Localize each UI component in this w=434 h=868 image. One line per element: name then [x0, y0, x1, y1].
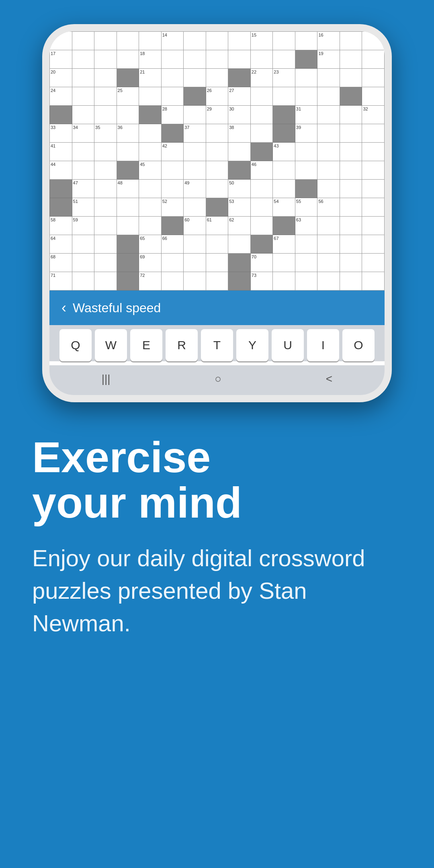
grid-cell[interactable]: 46 — [250, 161, 273, 180]
grid-cell[interactable] — [50, 198, 72, 217]
grid-cell[interactable] — [72, 254, 94, 272]
grid-cell[interactable]: 68 — [50, 254, 72, 272]
grid-cell[interactable] — [206, 69, 228, 87]
grid-cell[interactable] — [117, 235, 139, 254]
grid-cell[interactable]: 54 — [273, 198, 295, 217]
grid-cell[interactable] — [117, 254, 139, 272]
grid-cell[interactable] — [317, 106, 340, 124]
grid-cell[interactable] — [50, 106, 72, 124]
grid-cell[interactable] — [94, 161, 117, 180]
grid-cell[interactable]: 25 — [117, 87, 139, 106]
grid-cell[interactable] — [117, 198, 139, 217]
grid-cell[interactable] — [206, 198, 228, 217]
grid-cell[interactable]: 31 — [295, 106, 317, 124]
grid-cell[interactable] — [273, 180, 295, 198]
grid-cell[interactable] — [317, 235, 340, 254]
keyboard-key[interactable]: U — [272, 329, 304, 361]
back-nav-icon[interactable]: < — [326, 373, 332, 385]
grid-cell[interactable] — [94, 32, 117, 50]
clue-bar[interactable]: ‹ Wasteful speed — [49, 291, 385, 325]
grid-cell[interactable] — [161, 180, 184, 198]
grid-cell[interactable]: 43 — [273, 143, 295, 161]
grid-cell[interactable] — [184, 272, 206, 291]
grid-cell[interactable] — [295, 254, 317, 272]
grid-cell[interactable] — [184, 235, 206, 254]
grid-cell[interactable]: 47 — [72, 180, 94, 198]
grid-cell[interactable] — [362, 143, 385, 161]
grid-cell[interactable] — [362, 124, 385, 143]
grid-cell[interactable]: 62 — [228, 217, 251, 235]
grid-cell[interactable]: 16 — [317, 32, 340, 50]
grid-cell[interactable] — [340, 124, 362, 143]
grid-cell[interactable]: 42 — [161, 143, 184, 161]
grid-cell[interactable]: 72 — [139, 272, 162, 291]
grid-cell[interactable]: 28 — [161, 106, 184, 124]
grid-cell[interactable] — [295, 161, 317, 180]
grid-cell[interactable] — [340, 106, 362, 124]
grid-cell[interactable] — [273, 217, 295, 235]
grid-cell[interactable] — [340, 180, 362, 198]
grid-cell[interactable] — [317, 69, 340, 87]
grid-cell[interactable] — [228, 235, 251, 254]
grid-cell[interactable]: 29 — [206, 106, 228, 124]
grid-cell[interactable] — [250, 180, 273, 198]
grid-cell[interactable]: 32 — [362, 106, 385, 124]
grid-cell[interactable] — [295, 180, 317, 198]
grid-cell[interactable]: 36 — [117, 124, 139, 143]
grid-cell[interactable] — [161, 272, 184, 291]
grid-cell[interactable] — [340, 69, 362, 87]
grid-cell[interactable]: 41 — [50, 143, 72, 161]
grid-cell[interactable] — [117, 106, 139, 124]
keyboard-key[interactable]: T — [201, 329, 233, 361]
keyboard-area[interactable]: QWERTYUIO — [49, 325, 385, 361]
grid-cell[interactable]: 59 — [72, 217, 94, 235]
grid-cell[interactable]: 67 — [273, 235, 295, 254]
grid-cell[interactable] — [72, 32, 94, 50]
grid-cell[interactable] — [250, 87, 273, 106]
grid-cell[interactable]: 61 — [206, 217, 228, 235]
grid-cell[interactable] — [184, 87, 206, 106]
crossword-area[interactable]: 1314151617181920212223242526272829303132… — [49, 31, 385, 291]
grid-cell[interactable] — [340, 217, 362, 235]
grid-cell[interactable]: 19 — [317, 50, 340, 69]
grid-cell[interactable] — [184, 32, 206, 50]
grid-cell[interactable] — [340, 50, 362, 69]
grid-cell[interactable] — [117, 143, 139, 161]
grid-cell[interactable] — [184, 69, 206, 87]
grid-cell[interactable]: 63 — [295, 217, 317, 235]
keyboard-key[interactable]: Y — [236, 329, 268, 361]
grid-cell[interactable] — [94, 143, 117, 161]
grid-cell[interactable] — [206, 32, 228, 50]
grid-cell[interactable] — [340, 254, 362, 272]
keyboard-key[interactable]: O — [342, 329, 375, 361]
grid-cell[interactable] — [340, 143, 362, 161]
grid-cell[interactable] — [273, 50, 295, 69]
grid-cell[interactable] — [228, 272, 251, 291]
grid-cell[interactable] — [250, 217, 273, 235]
keyboard-key[interactable]: Q — [59, 329, 92, 361]
grid-cell[interactable] — [362, 235, 385, 254]
grid-cell[interactable] — [206, 50, 228, 69]
grid-cell[interactable] — [184, 161, 206, 180]
keyboard-key[interactable]: R — [166, 329, 198, 361]
grid-cell[interactable] — [94, 50, 117, 69]
grid-cell[interactable] — [139, 180, 162, 198]
grid-cell[interactable] — [117, 32, 139, 50]
grid-cell[interactable] — [340, 32, 362, 50]
grid-cell[interactable] — [362, 272, 385, 291]
grid-cell[interactable] — [139, 198, 162, 217]
grid-cell[interactable] — [72, 235, 94, 254]
grid-cell[interactable] — [362, 198, 385, 217]
grid-cell[interactable] — [206, 161, 228, 180]
grid-cell[interactable]: 53 — [228, 198, 251, 217]
grid-cell[interactable] — [295, 69, 317, 87]
grid-cell[interactable] — [273, 272, 295, 291]
grid-cell[interactable]: 37 — [184, 124, 206, 143]
grid-cell[interactable] — [295, 32, 317, 50]
grid-cell[interactable] — [273, 87, 295, 106]
grid-cell[interactable]: 48 — [117, 180, 139, 198]
grid-cell[interactable]: 23 — [273, 69, 295, 87]
grid-cell[interactable] — [228, 254, 251, 272]
grid-cell[interactable]: 35 — [94, 124, 117, 143]
grid-cell[interactable]: 45 — [139, 161, 162, 180]
